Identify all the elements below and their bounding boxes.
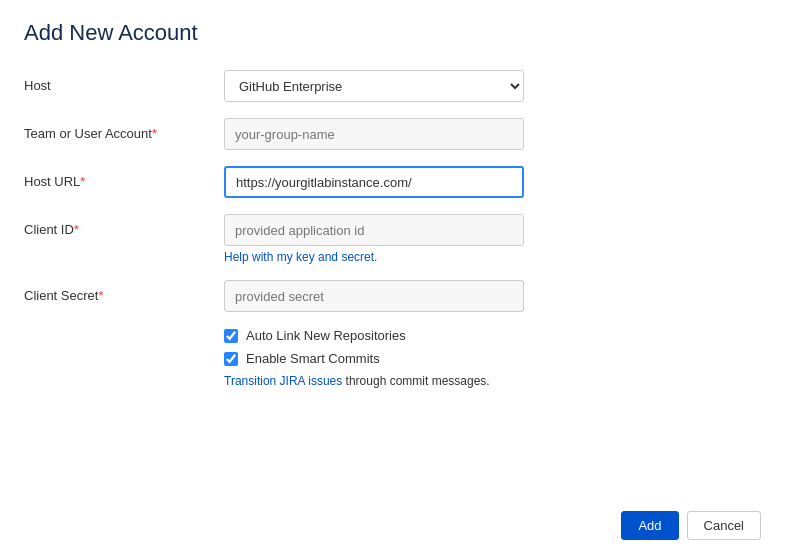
- host-select[interactable]: GitHub Enterprise GitHub GitLab: [224, 70, 524, 102]
- smart-commits-checkbox[interactable]: [224, 352, 238, 366]
- required-star-url: *: [80, 174, 85, 189]
- client-secret-input[interactable]: [224, 280, 524, 312]
- smart-commits-label[interactable]: Enable Smart Commits: [246, 351, 380, 366]
- required-star-client-id: *: [74, 222, 79, 237]
- required-star: *: [152, 126, 157, 141]
- add-button[interactable]: Add: [621, 511, 678, 540]
- client-id-input[interactable]: [224, 214, 524, 246]
- cancel-button[interactable]: Cancel: [687, 511, 761, 540]
- team-row: Team or User Account*: [24, 118, 761, 150]
- transition-suffix: through commit messages.: [342, 374, 489, 388]
- host-label: Host: [24, 70, 224, 93]
- client-secret-label: Client Secret*: [24, 280, 224, 303]
- smart-commits-row: Enable Smart Commits: [224, 351, 761, 366]
- client-id-row: Client ID* Help with my key and secret.: [24, 214, 761, 264]
- team-label: Team or User Account*: [24, 118, 224, 141]
- host-url-row: Host URL*: [24, 166, 761, 198]
- team-input[interactable]: [224, 118, 524, 150]
- client-id-field: Help with my key and secret.: [224, 214, 524, 264]
- help-link[interactable]: Help with my key and secret.: [224, 250, 524, 264]
- transition-row: Transition JIRA issues through commit me…: [224, 374, 761, 388]
- host-row: Host GitHub Enterprise GitHub GitLab: [24, 70, 761, 102]
- auto-link-label[interactable]: Auto Link New Repositories: [246, 328, 406, 343]
- client-secret-field: [224, 280, 524, 312]
- team-field: [224, 118, 524, 150]
- host-url-label: Host URL*: [24, 166, 224, 189]
- button-row: Add Cancel: [597, 499, 785, 552]
- host-field: GitHub Enterprise GitHub GitLab: [224, 70, 524, 102]
- form-container: Add New Account Host GitHub Enterprise G…: [0, 0, 785, 428]
- auto-link-checkbox[interactable]: [224, 329, 238, 343]
- required-star-secret: *: [98, 288, 103, 303]
- auto-link-row: Auto Link New Repositories: [224, 328, 761, 343]
- host-url-field: [224, 166, 524, 198]
- client-secret-row: Client Secret*: [24, 280, 761, 312]
- host-url-input[interactable]: [224, 166, 524, 198]
- client-id-label: Client ID*: [24, 214, 224, 237]
- transition-link[interactable]: Transition JIRA issues: [224, 374, 342, 388]
- page-title: Add New Account: [24, 20, 761, 46]
